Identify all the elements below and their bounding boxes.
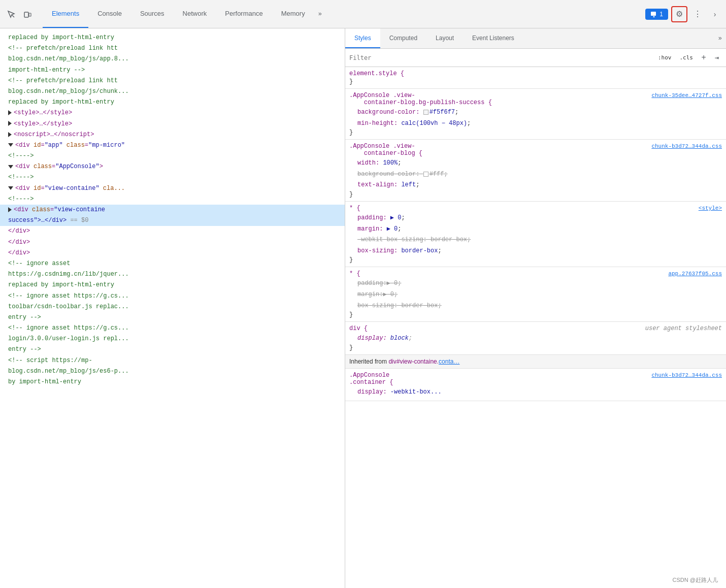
tab-console[interactable]: Console [88,0,131,28]
css-closing-brace: } [349,191,722,198]
tag-div-view-containe: <div id="view-containe" cla... [15,185,125,192]
css-closing-brace: } [349,78,722,85]
notification-count: 1 [659,11,663,18]
tab-memory[interactable]: Memory [272,0,314,28]
settings-button[interactable]: ⚙ [671,6,687,22]
tab-performance[interactable]: Performance [216,0,272,28]
html-line: login/3.0.0/user-login.js repl... [0,334,345,344]
styles-tab-more[interactable]: » [714,28,726,48]
html-line: https://g.csdnimg.cn/lib/jquer... [0,269,345,280]
tag-div-app: <div id="app" class="mp-micro" [15,142,125,149]
close-devtools-button[interactable]: › [708,7,722,21]
tab-event-listeners[interactable]: Event Listeners [463,28,523,48]
css-rule-appconsole-container: .AppConsole .container { chunk-b3d72…344… [345,369,726,402]
more-options-button[interactable]: ⋮ [690,7,705,21]
css-file-link[interactable]: app.27637f05.css [668,271,722,277]
css-rule-appconsole-bg: .AppConsole .view- container-blog.bg-pub… [345,89,726,140]
css-selector: .AppConsole .view- container-blog { [349,143,422,157]
tab-styles[interactable]: Styles [345,28,380,48]
selected-element-value[interactable]: success">…</div> == $0 [0,215,345,226]
html-line: <!----> [0,151,345,161]
tab-layout[interactable]: Layout [426,28,463,48]
css-prop-width: width: 100%; [349,158,722,169]
html-line: <!-- ignore asset https://g.cs... [0,291,345,302]
html-comment: blog.csdn.net/mp_blog/js/chunk... [8,88,129,95]
html-line: blog.csdn.net/mp_blog/js/app.8... [0,54,345,64]
css-file-link[interactable]: chunk-b3d72…344da.css [651,143,722,149]
add-rule-button[interactable]: + [699,53,709,63]
css-rule-div-user-agent: div { user agent stylesheet display: blo… [345,322,726,355]
styles-content: element.style { } .AppConsole .view- con… [345,67,726,588]
css-file-link[interactable]: chunk-35dee…4727f.css [651,92,722,99]
css-prop-box-sizing-struck: box-sizing: border-box; [349,301,722,312]
html-comment: <!----> [8,174,34,181]
tab-network[interactable]: Network [174,0,216,28]
device-toggle-button[interactable] [20,7,35,21]
toolbar-right-actions: 1 ⚙ ⋮ › [645,6,722,22]
html-line[interactable]: <div id="app" class="mp-micro" [0,140,345,151]
css-closing-brace: } [349,311,722,318]
css-prop-display-webkit: display: -webkit-box... [349,387,722,398]
inherited-header: Inherited from div#view-containe.conta… [345,355,726,369]
html-line[interactable]: </div> [0,226,345,237]
html-line[interactable]: <div id="view-containe" cla... [0,183,345,194]
tag-noscript: <noscript>…</noscript> [14,131,94,138]
html-comment: <!-- ignore asset https://g.cs... [8,324,129,332]
html-line: import-html-entry --> [0,65,345,76]
html-line[interactable]: <style>…</style> [0,119,345,129]
html-comment: replaced by import-html-entry [8,99,114,106]
tab-sources[interactable]: Sources [131,0,174,28]
css-rule-header: * { app.27637f05.css [349,270,722,277]
html-line[interactable]: <noscript>…</noscript> [0,129,345,140]
css-closing-brace: } [349,344,722,351]
html-comment: entry --> [8,314,41,321]
html-line: by import-html-entry [0,377,345,387]
html-comment: <!----> [8,195,34,203]
tab-more-button[interactable]: » [314,0,326,28]
css-prop-padding: padding: ▶ 0; [349,213,722,224]
html-line[interactable]: </div> [0,237,345,248]
svg-marker-4 [653,16,655,17]
css-prop-min-height: min-height: calc(100vh − 48px); [349,118,722,129]
css-prop-webkit-box-sizing-struck: -webkit-box-sizing: border-box; [349,235,722,246]
html-line[interactable]: </div> [0,248,345,258]
css-selector: * { [349,205,360,212]
color-swatch[interactable] [423,110,428,115]
css-prop-background-color: background-color: #f5f6f7; [349,107,722,118]
svg-rect-2 [29,13,31,16]
css-selector: * { [349,270,360,277]
tag-style-2: <style>…</style> [14,120,72,127]
html-line: <!-- ignore asset https://g.cs... [0,323,345,334]
filter-input[interactable] [349,54,651,61]
css-rule-header: element.style { [349,70,722,77]
html-line: <!-- prefetch/preload link htt [0,76,345,86]
html-line: toolbar/csdn-toolbar.js replac... [0,302,345,312]
html-comment: https://g.csdnimg.cn/lib/jquer... [8,271,129,278]
adjust-button[interactable]: ⇥ [712,53,722,63]
selected-element-line[interactable]: <div class="view-containe [0,205,345,215]
css-selector: div { [349,325,368,332]
css-file-link[interactable]: chunk-b3d72…344da.css [651,372,722,378]
css-prop-margin: margin: ▶ 0; [349,224,722,235]
html-comment: <!-- script https://mp- [8,357,92,364]
tab-elements[interactable]: Elements [43,0,88,28]
css-prop-margin-struck: margin:▶ 0; [349,289,722,301]
html-line[interactable]: <div class="AppConsole"> [0,161,345,172]
inspect-element-button[interactable] [4,7,18,21]
inherited-link[interactable]: conta… [439,358,459,365]
css-file-link[interactable]: <style> [699,205,722,211]
main-tab-list: Elements Console Sources Network Perform… [43,0,645,28]
elements-panel: replaced by import-html-entry <!-- prefe… [0,28,345,588]
svg-rect-1 [24,12,28,17]
html-comment: blog.csdn.net/mp_blog/js/es6-p... [8,368,129,375]
hov-button[interactable]: :hov [655,53,674,62]
css-rule-appconsole-view: .AppConsole .view- container-blog { chun… [345,140,726,202]
tag-style-1: <style>…</style> [14,109,72,116]
cls-button[interactable]: .cls [677,53,696,62]
html-line[interactable]: <style>…</style> [0,108,345,118]
html-comment: entry --> [8,346,41,353]
tab-computed[interactable]: Computed [380,28,426,48]
notification-button[interactable]: 1 [645,9,668,20]
html-line: <!----> [0,172,345,183]
color-swatch-white[interactable] [423,172,428,177]
